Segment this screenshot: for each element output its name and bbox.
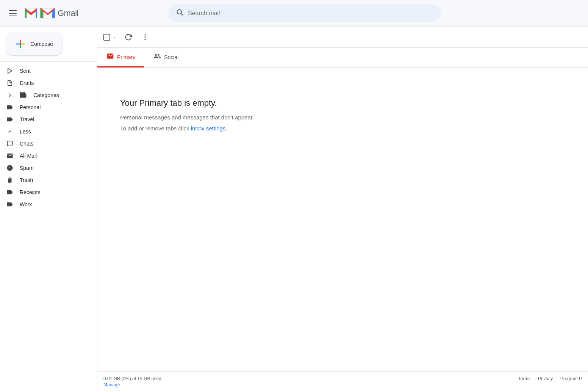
empty-settings-prefix: To add or remove tabs click <box>120 125 191 132</box>
search-bar[interactable] <box>168 4 441 22</box>
manage-link[interactable]: Manage <box>103 382 161 387</box>
travel-icon <box>6 116 14 123</box>
menu-button[interactable] <box>6 7 20 19</box>
sidebar-item-receipts[interactable]: Receipts <box>0 186 91 198</box>
chats-label: Chats <box>20 141 34 147</box>
footer-dot-2: · <box>556 376 557 381</box>
storage-text: 0.01 GB (0%) of 15 GB used <box>103 376 161 381</box>
toolbar <box>97 27 588 48</box>
sidebar-item-sent[interactable]: Sent <box>0 65 91 77</box>
svg-marker-8 <box>8 68 12 74</box>
empty-settings-text: To add or remove tabs click inbox settin… <box>120 125 227 132</box>
drafts-icon <box>6 79 14 87</box>
spam-icon <box>6 164 14 172</box>
compose-label: Compose <box>30 41 53 47</box>
header: Gmail <box>0 0 588 27</box>
sidebar-divider-top <box>0 61 97 62</box>
search-icon <box>176 8 183 18</box>
main-layout: Compose Sent Drafts <box>0 27 588 392</box>
work-label: Work <box>20 201 32 207</box>
social-tab-icon <box>153 52 161 62</box>
sent-icon <box>6 67 14 75</box>
empty-title: Your Primary tab is empty. <box>120 98 217 108</box>
footer-dot-1: · <box>534 376 535 381</box>
expand-icon <box>6 91 14 99</box>
travel-label: Travel <box>20 116 34 122</box>
hamburger-line-1 <box>9 10 17 11</box>
less-icon <box>6 128 14 135</box>
sidebar-item-work[interactable]: Work <box>0 198 91 210</box>
hamburger-line-3 <box>9 16 17 16</box>
sent-label: Sent <box>20 68 31 74</box>
primary-tab-label: Primary <box>117 54 135 60</box>
categories-icon <box>20 91 27 99</box>
inbox-settings-link[interactable]: inbox settings <box>191 125 226 132</box>
sidebar-item-spam[interactable]: Spam <box>0 162 91 174</box>
personal-icon <box>6 103 14 111</box>
sidebar-item-less[interactable]: Less <box>0 125 91 138</box>
sidebar-item-travel[interactable]: Travel <box>0 113 91 125</box>
sidebar-item-drafts[interactable]: Drafts <box>0 77 91 89</box>
privacy-link[interactable]: Privacy <box>538 376 553 381</box>
more-options-button[interactable] <box>138 30 152 44</box>
app-title: Gmail <box>58 8 78 18</box>
terms-link[interactable]: Terms <box>518 376 531 381</box>
empty-settings-suffix: . <box>225 125 227 132</box>
drafts-label: Drafts <box>20 80 34 86</box>
header-left: Gmail <box>6 6 165 20</box>
sidebar: Compose Sent Drafts <box>0 27 97 392</box>
tab-primary[interactable]: Primary <box>97 48 144 67</box>
tab-social[interactable]: Social <box>144 48 190 67</box>
trash-icon <box>6 176 14 184</box>
compose-button[interactable]: Compose <box>6 33 62 55</box>
sidebar-item-trash[interactable]: Trash <box>0 174 91 186</box>
trash-label: Trash <box>20 177 33 183</box>
receipts-label: Receipts <box>20 189 40 195</box>
gmail-logo-icon <box>40 8 55 19</box>
select-all-wrap[interactable] <box>103 33 119 41</box>
sidebar-item-allmail[interactable]: All Mail <box>0 150 91 162</box>
svg-point-9 <box>144 34 145 35</box>
receipts-icon <box>6 188 14 196</box>
work-icon <box>6 201 14 208</box>
select-all-checkbox[interactable] <box>103 34 110 41</box>
primary-tab-icon <box>106 52 114 62</box>
compose-plus-icon <box>15 39 26 49</box>
allmail-icon <box>6 152 14 160</box>
sidebar-item-categories[interactable]: Categories <box>0 89 91 101</box>
refresh-button[interactable] <box>122 30 135 44</box>
chats-icon <box>6 140 14 147</box>
footer: 0.01 GB (0%) of 15 GB used Manage Terms … <box>97 371 588 392</box>
gmail-logo: Gmail <box>24 6 78 20</box>
sidebar-item-chats[interactable]: Chats <box>0 138 91 150</box>
svg-point-10 <box>144 36 145 38</box>
sidebar-item-personal[interactable]: Personal <box>0 101 91 113</box>
svg-point-11 <box>144 39 145 40</box>
less-label: Less <box>20 129 31 135</box>
spam-label: Spam <box>20 165 34 171</box>
hamburger-line-2 <box>9 13 17 14</box>
social-tab-label: Social <box>164 54 178 60</box>
personal-label: Personal <box>20 104 41 110</box>
inbox-tabs: Primary Social <box>97 48 588 68</box>
empty-state: Your Primary tab is empty. Personal mess… <box>97 68 588 371</box>
select-all-dropdown-button[interactable] <box>111 33 119 41</box>
search-input[interactable] <box>188 10 433 17</box>
svg-line-3 <box>181 14 183 16</box>
categories-label: Categories <box>33 92 59 98</box>
footer-storage: 0.01 GB (0%) of 15 GB used Manage <box>103 376 161 387</box>
content-area: Primary Social Your Primary tab is empty… <box>97 27 588 392</box>
footer-links: Terms · Privacy · Program P <box>518 376 582 381</box>
gmail-m-icon <box>24 6 38 20</box>
allmail-label: All Mail <box>20 153 37 159</box>
empty-subtitle: Personal messages and messages that don'… <box>120 114 253 121</box>
program-link[interactable]: Program P <box>560 376 582 381</box>
